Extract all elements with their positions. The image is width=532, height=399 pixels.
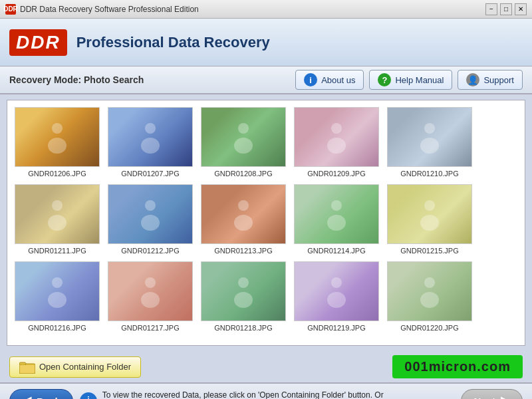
- photo-item[interactable]: GNDR01218.JPG: [200, 261, 287, 332]
- photo-label: GNDR01215.JPG: [400, 247, 458, 255]
- photo-label: GNDR01218.JPG: [214, 324, 272, 332]
- photo-image: [15, 108, 99, 166]
- svg-point-15: [234, 215, 253, 231]
- svg-point-7: [327, 138, 346, 154]
- about-us-button[interactable]: i About us: [295, 70, 364, 90]
- photo-item[interactable]: GNDR01208.JPG: [200, 107, 287, 178]
- info-circle-icon: i: [80, 392, 97, 399]
- title-bar: DDR DDR Data Recovery Software Professio…: [0, 0, 532, 19]
- micron-badge: 001micron.com: [392, 355, 523, 378]
- next-label: Next: [473, 396, 495, 400]
- svg-point-22: [145, 277, 156, 288]
- back-arrow-icon: ◀: [22, 394, 31, 399]
- next-button[interactable]: Next ▶: [461, 389, 523, 399]
- info-icon: i: [304, 73, 317, 86]
- photo-item[interactable]: GNDR01214.JPG: [293, 184, 380, 255]
- svg-point-20: [52, 277, 63, 288]
- toolbar-buttons: i About us ? Help Manual 👤 Support: [295, 70, 523, 90]
- svg-point-0: [52, 123, 63, 134]
- photo-item[interactable]: GNDR01213.JPG: [200, 184, 287, 255]
- svg-point-27: [327, 292, 346, 308]
- svg-point-28: [424, 277, 435, 288]
- photo-label: GNDR01213.JPG: [214, 247, 272, 255]
- photo-thumbnail: [108, 107, 193, 167]
- photo-thumbnail: [387, 261, 472, 321]
- recovery-mode-label: Recovery Mode: Photo Search: [9, 74, 144, 85]
- photo-image: [108, 185, 192, 243]
- photo-thumbnail: [201, 184, 286, 244]
- minimize-button[interactable]: −: [485, 3, 497, 15]
- photo-thumbnail: [387, 184, 472, 244]
- svg-point-6: [331, 123, 342, 134]
- photo-item[interactable]: GNDR01206.JPG: [14, 107, 100, 178]
- photo-thumbnail: [201, 261, 286, 321]
- nav-info: i To view the recovered Data, please cli…: [80, 390, 455, 399]
- svg-point-12: [145, 200, 156, 211]
- svg-point-21: [48, 292, 66, 308]
- svg-point-26: [331, 277, 342, 288]
- maximize-button[interactable]: □: [500, 3, 512, 15]
- svg-point-2: [145, 123, 156, 134]
- photo-item[interactable]: GNDR01211.JPG: [14, 184, 100, 255]
- svg-rect-32: [20, 365, 35, 373]
- photo-image: [108, 262, 192, 321]
- svg-point-3: [141, 138, 160, 154]
- photo-grid[interactable]: GNDR01206.JPG GNDR01207.JPG GNDR01208.JP…: [7, 100, 525, 345]
- svg-point-4: [238, 123, 249, 134]
- photo-item[interactable]: GNDR01217.JPG: [107, 261, 194, 332]
- svg-point-17: [327, 215, 346, 231]
- svg-point-29: [420, 292, 439, 308]
- svg-point-13: [141, 215, 160, 231]
- svg-point-19: [420, 215, 439, 231]
- photo-image: [388, 108, 471, 166]
- photo-item[interactable]: GNDR01220.JPG: [386, 261, 473, 332]
- photo-label: GNDR01211.JPG: [28, 247, 86, 255]
- photo-item[interactable]: GNDR01209.JPG: [293, 107, 380, 178]
- help-manual-label: Help Manual: [395, 75, 444, 85]
- photo-item[interactable]: GNDR01210.JPG: [386, 107, 473, 178]
- photo-thumbnail: [294, 261, 379, 321]
- photo-item[interactable]: GNDR01207.JPG: [107, 107, 194, 178]
- photo-thumbnail: [387, 107, 472, 167]
- photo-thumbnail: [108, 184, 193, 244]
- photo-image: [295, 262, 378, 321]
- title-bar-controls[interactable]: − □ ✕: [485, 3, 527, 15]
- svg-point-14: [238, 200, 249, 211]
- open-folder-button[interactable]: Open Containing Folder: [9, 356, 141, 378]
- title-bar-title: DDR Data Recovery Software Professional …: [20, 5, 199, 14]
- photo-image: [201, 262, 285, 321]
- photo-thumbnail: [108, 261, 193, 321]
- help-icon: ?: [378, 73, 391, 86]
- svg-point-24: [238, 277, 249, 288]
- photo-image: [201, 185, 285, 243]
- photo-thumbnail: [294, 184, 379, 244]
- folder-bar: Open Containing Folder 001micron.com: [0, 351, 532, 382]
- photo-label: GNDR01209.JPG: [307, 170, 365, 178]
- photo-label: GNDR01208.JPG: [214, 170, 272, 178]
- photo-thumbnail: [15, 184, 100, 244]
- photo-image: [15, 262, 99, 321]
- photo-label: GNDR01216.JPG: [28, 324, 86, 332]
- photo-label: GNDR01214.JPG: [307, 247, 365, 255]
- help-manual-button[interactable]: ? Help Manual: [369, 70, 452, 90]
- bottom-area: Open Containing Folder 001micron.com: [0, 351, 532, 382]
- photo-image: [295, 108, 378, 166]
- photo-item[interactable]: GNDR01216.JPG: [14, 261, 100, 332]
- svg-point-1: [48, 138, 66, 154]
- photo-label: GNDR01206.JPG: [28, 170, 86, 178]
- svg-point-11: [48, 215, 66, 231]
- toolbar: Recovery Mode: Photo Search i About us ?…: [0, 66, 532, 94]
- svg-rect-31: [19, 362, 26, 365]
- photo-label: GNDR01210.JPG: [400, 170, 458, 178]
- close-button[interactable]: ✕: [515, 3, 527, 15]
- photo-item[interactable]: GNDR01215.JPG: [386, 184, 473, 255]
- support-label: Support: [483, 75, 514, 85]
- support-button[interactable]: 👤 Support: [458, 70, 523, 90]
- photo-label: GNDR01207.JPG: [121, 170, 179, 178]
- back-button[interactable]: ◀ Back: [9, 389, 73, 399]
- photo-image: [108, 108, 192, 166]
- photo-item[interactable]: GNDR01219.JPG: [293, 261, 380, 332]
- back-label: Back: [37, 396, 61, 400]
- photo-thumbnail: [15, 107, 100, 167]
- photo-item[interactable]: GNDR01212.JPG: [107, 184, 194, 255]
